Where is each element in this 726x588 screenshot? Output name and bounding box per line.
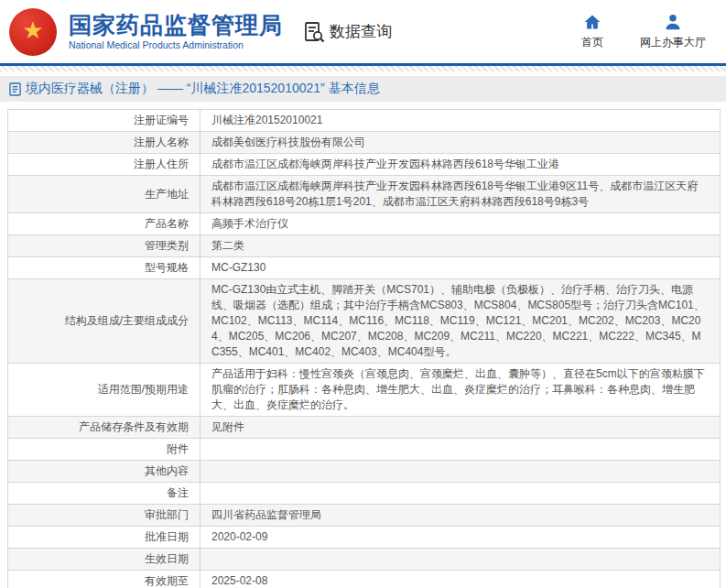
- row-label-cell: 备注: [8, 483, 200, 504]
- row-label: 注册证编号: [134, 113, 189, 128]
- row-value-cell: 四川省药品监督管理局: [200, 505, 720, 526]
- row-label-cell: 注册人住所: [8, 154, 200, 175]
- table-row: 审批部门 四川省药品监督管理局: [8, 505, 720, 527]
- row-value-cell: [200, 549, 720, 570]
- nav-service-hall[interactable]: 网上办事大厅: [640, 13, 706, 50]
- table-row: 生产地址 成都市温江区成都海峡两岸科技产业开发园科林路西段618号华银工业港9区…: [8, 176, 720, 213]
- site-subtitle: National Medical Products Administration: [69, 39, 283, 50]
- page-title: 境内医疗器械（注册） —— “川械注准20152010021” 基本信息: [26, 81, 380, 97]
- row-value-cell: MC-GZ130由立式主机、脚踏开关（MCS701）、辅助电极（负极板）、治疗手…: [200, 279, 720, 363]
- row-label-cell: 结构及组成/主要组成成分: [8, 279, 200, 363]
- row-value-cell: 2020-02-09: [200, 527, 720, 548]
- row-label: 结构及组成/主要组成成分: [65, 313, 189, 329]
- row-value: 2025-02-08: [211, 573, 267, 588]
- row-value-cell: [200, 461, 720, 482]
- row-value-cell: 高频手术治疗仪: [200, 213, 720, 234]
- row-label: 附件: [167, 441, 189, 457]
- table-row: 其他内容: [8, 461, 720, 483]
- row-value: 成都美创医疗科技股份有限公司: [211, 135, 365, 150]
- row-value: MC-GZ130由立式主机、脚踏开关（MCS701）、辅助电极（负极板）、治疗手…: [211, 282, 709, 360]
- row-value-cell: 见附件: [200, 417, 720, 438]
- table-row: 适用范围/预期用途 产品适用于妇科：慢性宫颈炎（宫颈息肉、宫颈糜烂、出血、囊肿等…: [8, 364, 720, 417]
- table-row: 有效期至 2025-02-08: [8, 571, 720, 588]
- emblem-star-icon: ★: [22, 18, 43, 42]
- table-row: 产品储存条件及有效期 见附件: [8, 417, 720, 439]
- table-row: 型号规格 MC-GZ130: [8, 257, 720, 279]
- data-query-icon: [303, 21, 325, 43]
- user-icon: [664, 13, 682, 31]
- row-value: 成都市温江区成都海峡两岸科技产业开发园科林路西段618号华银工业港: [211, 157, 559, 172]
- table-row: 附件: [8, 439, 720, 461]
- row-label-cell: 有效期至: [8, 571, 200, 588]
- table-row: 管理类别 第二类: [8, 235, 720, 257]
- header-nav: 首页 网上办事大厅: [581, 13, 706, 50]
- table-row: 结构及组成/主要组成成分 MC-GZ130由立式主机、脚踏开关（MCS701）、…: [8, 279, 720, 364]
- row-label-cell: 注册证编号: [8, 110, 200, 131]
- row-value: 第二类: [211, 238, 244, 254]
- row-label: 管理类别: [145, 238, 189, 254]
- row-value: 产品适用于妇科：慢性宫颈炎（宫颈息肉、宫颈糜烂、出血、囊肿等）、直径在5cm以下…: [211, 366, 709, 413]
- national-emblem-logo: ★: [9, 8, 57, 56]
- row-value: 四川省药品监督管理局: [211, 507, 321, 523]
- info-table-body: 注册证编号 川械注准20152010021 注册人名称 成都美创医疗科技股份有限…: [8, 110, 720, 588]
- row-label: 产品名称: [145, 216, 189, 232]
- row-value-cell: 产品适用于妇科：慢性宫颈炎（宫颈息肉、宫颈糜烂、出血、囊肿等）、直径在5cm以下…: [200, 364, 720, 416]
- row-label: 注册人名称: [134, 135, 189, 150]
- home-icon: [583, 13, 601, 31]
- row-label: 适用范围/预期用途: [98, 382, 189, 397]
- breadcrumb: 境内医疗器械（注册） —— “川械注准20152010021” 基本信息: [0, 76, 726, 102]
- site-title: 国家药品监督管理局: [69, 13, 283, 38]
- row-value-cell: 成都市温江区成都海峡两岸科技产业开发园科林路西段618号华银工业港9区11号、成…: [200, 176, 720, 212]
- row-label: 审批部门: [145, 507, 189, 523]
- row-value-cell: MC-GZ130: [200, 257, 720, 278]
- row-label: 有效期至: [145, 573, 189, 588]
- site-header: ★ 国家药品监督管理局 National Medical Products Ad…: [0, 0, 726, 63]
- registration-info-table: 注册证编号 川械注准20152010021 注册人名称 成都美创医疗科技股份有限…: [7, 109, 721, 588]
- table-row: 批准日期 2020-02-09: [8, 527, 720, 549]
- row-value-cell: 2025-02-08: [200, 571, 720, 588]
- table-row: 注册人住所 成都市温江区成都海峡两岸科技产业开发园科林路西段618号华银工业港: [8, 154, 720, 176]
- nav-service-hall-label: 网上办事大厅: [640, 35, 706, 50]
- table-row: 注册证编号 川械注准20152010021: [8, 110, 720, 132]
- table-row: 生效日期: [8, 549, 720, 571]
- row-value: 见附件: [211, 419, 244, 435]
- row-label: 注册人住所: [134, 157, 189, 172]
- row-label-cell: 其他内容: [8, 461, 200, 482]
- row-value: 2020-02-09: [211, 529, 267, 545]
- row-value: 成都市温江区成都海峡两岸科技产业开发园科林路西段618号华银工业港9区11号、成…: [211, 179, 709, 210]
- row-value-cell: 成都美创医疗科技股份有限公司: [200, 132, 720, 153]
- row-label-cell: 产品名称: [8, 213, 200, 234]
- table-row: 备注: [8, 483, 720, 505]
- row-label-cell: 附件: [8, 439, 200, 460]
- row-value: 高频手术治疗仪: [211, 216, 288, 232]
- row-label-cell: 注册人名称: [8, 132, 200, 153]
- row-value: 川械注准20152010021: [211, 113, 322, 128]
- row-label: 其他内容: [145, 463, 189, 479]
- row-value-cell: [200, 439, 720, 460]
- hatch-band: [0, 66, 726, 71]
- row-label-cell: 管理类别: [8, 235, 200, 256]
- row-value-cell: [200, 483, 720, 504]
- data-query-section[interactable]: 数据查询: [303, 21, 392, 43]
- row-value-cell: 川械注准20152010021: [200, 110, 720, 131]
- table-row: 注册人名称 成都美创医疗科技股份有限公司: [8, 132, 720, 154]
- row-label: 生效日期: [145, 551, 189, 567]
- table-row: 产品名称 高频手术治疗仪: [8, 213, 720, 235]
- row-label-cell: 型号规格: [8, 257, 200, 278]
- row-label-cell: 产品储存条件及有效期: [8, 417, 200, 438]
- row-label: 批准日期: [145, 529, 189, 545]
- brand-text: 国家药品监督管理局 National Medical Products Admi…: [69, 13, 283, 51]
- row-label-cell: 适用范围/预期用途: [8, 364, 200, 416]
- data-query-label: 数据查询: [330, 21, 392, 42]
- nav-home-label: 首页: [581, 35, 603, 50]
- document-icon: [9, 82, 21, 96]
- nav-home[interactable]: 首页: [581, 13, 603, 50]
- row-label: 产品储存条件及有效期: [79, 419, 189, 435]
- row-label: 备注: [167, 485, 189, 501]
- row-value: MC-GZ130: [211, 260, 265, 276]
- row-label-cell: 审批部门: [8, 505, 200, 526]
- row-value-cell: 成都市温江区成都海峡两岸科技产业开发园科林路西段618号华银工业港: [200, 154, 720, 175]
- row-label-cell: 批准日期: [8, 527, 200, 548]
- row-label: 生产地址: [145, 187, 189, 202]
- row-label-cell: 生效日期: [8, 549, 200, 570]
